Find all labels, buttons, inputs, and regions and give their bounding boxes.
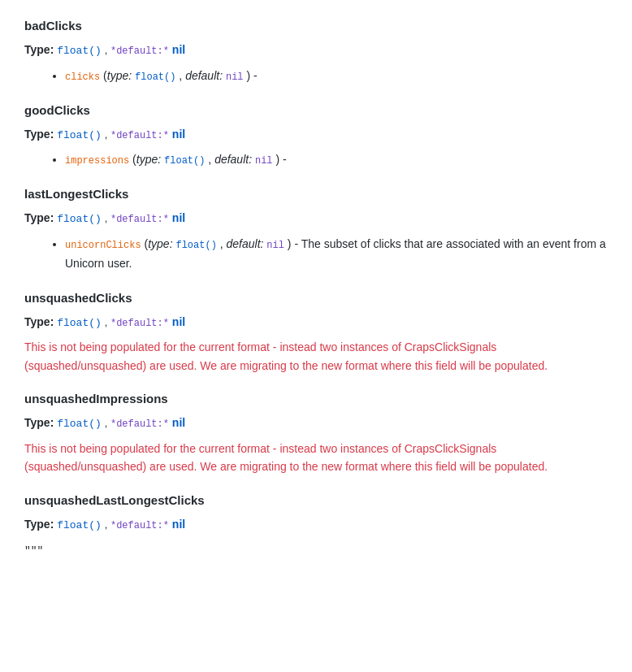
list-item: clicks (type: float() , default: nil ) - — [65, 67, 608, 86]
bullet-type-label: type: — [148, 237, 172, 250]
section-title-badClicks: badClicks — [24, 16, 608, 36]
type-label: Type: — [24, 518, 54, 531]
type-line-badClicks: Type: float() , *default:* nil — [24, 41, 608, 60]
type-value: float() — [57, 317, 102, 329]
type-value: float() — [57, 45, 102, 57]
default-label: *default:* — [110, 214, 169, 225]
type-value: float() — [57, 418, 102, 430]
type-label: Type: — [24, 128, 54, 141]
section-goodClicks: goodClicks Type: float() , *default:* ni… — [24, 101, 608, 171]
section-title-unsquashedLastLongestClicks: unsquashedLastLongestClicks — [24, 491, 608, 510]
bullet-list-goodClicks: impressions (type: float() , default: ni… — [24, 150, 608, 170]
bullet-code: clicks — [65, 72, 100, 83]
list-item: unicornClicks (type: float() , default: … — [65, 235, 608, 274]
default-label: *default:* — [110, 318, 169, 329]
type-label: Type: — [24, 43, 54, 56]
warning-unsquashedClicks: This is not being populated for the curr… — [24, 338, 608, 375]
bullet-close: ) - — [273, 153, 287, 166]
type-value: float() — [57, 213, 102, 225]
separator: , — [105, 44, 110, 56]
section-unsquashedLastLongestClicks: unsquashedLastLongestClicks Type: float(… — [24, 491, 608, 560]
separator: , — [105, 128, 110, 141]
type-line-goodClicks: Type: float() , *default:* nil — [24, 125, 608, 145]
section-title-goodClicks: goodClicks — [24, 101, 608, 120]
bullet-default-value: nil — [266, 240, 284, 251]
bullet-close: ) - — [244, 69, 258, 82]
bullet-default-label: default: — [214, 153, 252, 166]
bullet-type-label: type: — [107, 69, 132, 82]
default-label: *default:* — [110, 46, 169, 57]
bullet-code: impressions — [65, 155, 129, 167]
default-value: nil — [172, 518, 185, 531]
bullet-comma: , — [220, 237, 227, 250]
bullet-list-lastLongestClicks: unicornClicks (type: float() , default: … — [24, 235, 608, 274]
bullet-type-label: type: — [136, 153, 161, 166]
type-label: Type: — [24, 315, 54, 328]
section-lastLongestClicks: lastLongestClicks Type: float() , *defau… — [24, 184, 608, 273]
type-line-unsquashedImpressions: Type: float() , *default:* nil — [24, 414, 608, 433]
documentation-content: badClicks Type: float() , *default:* nil… — [24, 16, 608, 559]
default-value: nil — [172, 211, 185, 224]
default-value: nil — [172, 315, 185, 328]
bullet-comma: , — [179, 69, 185, 82]
section-title-unsquashedImpressions: unsquashedImpressions — [24, 389, 608, 409]
warning-unsquashedImpressions: This is not being populated for the curr… — [24, 440, 608, 476]
type-value: float() — [57, 519, 102, 531]
section-unsquashedClicks: unsquashedClicks Type: float() , *defaul… — [24, 288, 608, 375]
separator: , — [105, 316, 110, 328]
section-title-lastLongestClicks: lastLongestClicks — [24, 184, 608, 204]
separator: , — [105, 518, 110, 531]
separator: , — [105, 417, 110, 429]
default-value: nil — [172, 128, 185, 141]
bullet-default-label: default: — [185, 69, 223, 82]
bullet-list-badClicks: clicks (type: float() , default: nil ) - — [24, 67, 608, 86]
type-line-unsquashedClicks: Type: float() , *default:* nil — [24, 313, 608, 332]
default-label: *default:* — [110, 130, 169, 141]
triple-quote: """ — [24, 543, 608, 560]
bullet-type-value: float() — [135, 72, 175, 83]
separator: , — [105, 212, 110, 224]
bullet-default-value: nil — [226, 72, 244, 83]
bullet-type-value: float() — [175, 240, 216, 251]
section-badClicks: badClicks Type: float() , *default:* nil… — [24, 16, 608, 86]
type-line-lastLongestClicks: Type: float() , *default:* nil — [24, 209, 608, 228]
default-value: nil — [172, 416, 185, 429]
type-label: Type: — [24, 211, 54, 224]
section-unsquashedImpressions: unsquashedImpressions Type: float() , *d… — [24, 389, 608, 476]
bullet-code: unicornClicks — [65, 240, 141, 251]
default-label: *default:* — [110, 418, 169, 430]
type-label: Type: — [24, 416, 54, 429]
bullet-default-label: default: — [227, 237, 264, 250]
type-value: float() — [57, 129, 102, 141]
bullet-default-value: nil — [255, 155, 273, 167]
type-line-unsquashedLastLongestClicks: Type: float() , *default:* nil — [24, 515, 608, 535]
section-title-unsquashedClicks: unsquashedClicks — [24, 288, 608, 308]
list-item: impressions (type: float() , default: ni… — [65, 150, 608, 170]
bullet-type-value: float() — [164, 155, 205, 167]
default-label: *default:* — [110, 520, 169, 531]
bullet-comma: , — [208, 153, 214, 166]
default-value: nil — [172, 43, 185, 56]
